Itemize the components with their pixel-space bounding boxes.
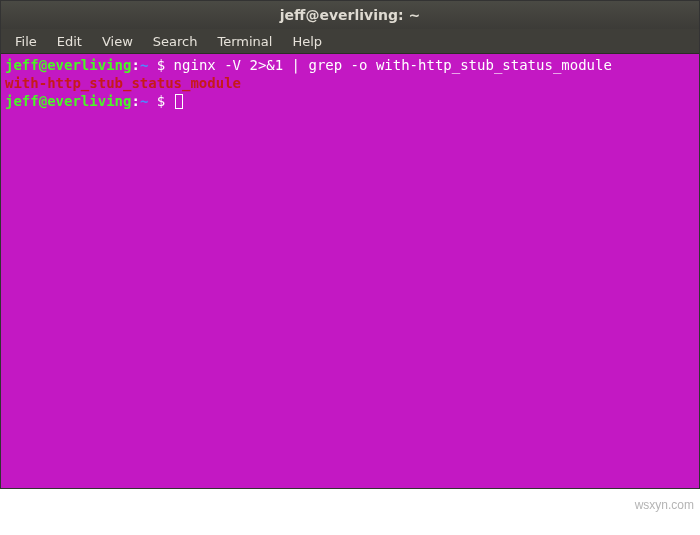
menu-search[interactable]: Search [143,31,208,52]
menubar: File Edit View Search Terminal Help [1,29,699,54]
terminal-window: jeff@everliving: ~ File Edit View Search… [0,0,700,489]
terminal-line-3: jeff@everliving:~ $ [5,92,695,110]
menu-terminal[interactable]: Terminal [207,31,282,52]
menu-view[interactable]: View [92,31,143,52]
menu-file[interactable]: File [5,31,47,52]
cursor-icon [175,94,183,109]
window-title: jeff@everliving: ~ [280,7,420,23]
titlebar[interactable]: jeff@everliving: ~ [1,1,699,29]
prompt-user: jeff@everliving [5,93,131,109]
prompt-dollar: $ [148,93,173,109]
terminal-body[interactable]: jeff@everliving:~ $ nginx -V 2>&1 | grep… [1,54,699,488]
watermark-text: wsxyn.com [635,498,694,512]
prompt-user: jeff@everliving [5,57,131,73]
menu-edit[interactable]: Edit [47,31,92,52]
prompt-separator: : [131,93,139,109]
terminal-line-1: jeff@everliving:~ $ nginx -V 2>&1 | grep… [5,56,695,74]
menu-help[interactable]: Help [282,31,332,52]
prompt-dollar: $ [148,57,173,73]
command-text: nginx -V 2>&1 | grep -o with-http_stub_s… [174,57,612,73]
grep-output: with-http_stub_status_module [5,75,241,91]
terminal-line-2: with-http_stub_status_module [5,74,695,92]
prompt-separator: : [131,57,139,73]
